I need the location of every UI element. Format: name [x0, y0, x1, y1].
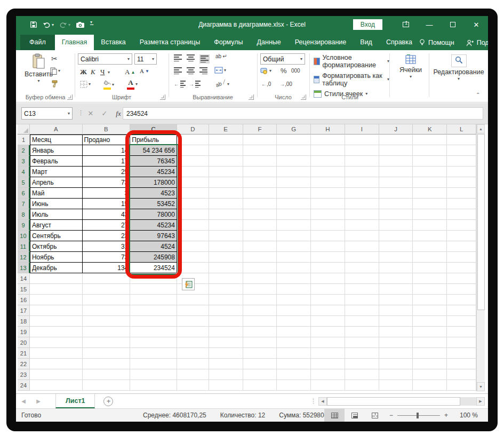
cell-I4[interactable] [345, 167, 379, 177]
zoom-out-button[interactable]: − [389, 412, 393, 419]
row-header-20[interactable]: 20 [18, 337, 30, 348]
cell-H9[interactable] [311, 220, 345, 231]
cell-E18[interactable] [209, 316, 243, 327]
cell-D12[interactable] [177, 252, 209, 263]
style-button-0[interactable]: Условное форматирование▾ [314, 54, 389, 69]
row-header-2[interactable]: 2 [18, 145, 30, 156]
cell-J10[interactable] [379, 231, 413, 241]
style-button-1[interactable]: Форматировать как таблицу▾ [314, 72, 389, 87]
cell-B6[interactable]: 3 [83, 188, 131, 199]
vertical-scrollbar[interactable]: ▲ ▼ [476, 124, 485, 391]
assistant-button[interactable]: Помощн [419, 39, 454, 46]
cell-I12[interactable] [345, 252, 379, 263]
fill-handle[interactable] [177, 273, 180, 276]
redo-button[interactable]: ▾ [59, 21, 70, 28]
tab-Разметка страницы[interactable]: Разметка страницы [133, 35, 207, 50]
cell-K13[interactable] [413, 263, 447, 273]
cell-K5[interactable] [413, 177, 447, 188]
tab-Главная[interactable]: Главная [55, 35, 94, 50]
cell-J8[interactable] [379, 209, 413, 220]
cell-B20[interactable] [83, 337, 131, 348]
cell-H22[interactable] [311, 359, 345, 369]
column-header-K[interactable]: K [413, 124, 447, 135]
underline-button[interactable]: Ч [100, 68, 105, 76]
cell-A14[interactable] [30, 273, 83, 284]
cell-B1[interactable]: Продано [83, 135, 131, 145]
cell-J20[interactable] [379, 337, 413, 348]
cell-F3[interactable] [243, 156, 277, 167]
underline-dropdown-icon[interactable]: ▾ [108, 70, 110, 75]
cell-K2[interactable] [413, 145, 447, 156]
cell-L3[interactable] [447, 156, 476, 167]
cell-F22[interactable] [243, 359, 277, 369]
cell-B10[interactable]: 23 [83, 231, 131, 241]
row-header-3[interactable]: 3 [18, 156, 30, 167]
cell-G2[interactable] [277, 145, 311, 156]
scroll-down-arrow[interactable]: ▼ [477, 382, 485, 391]
cell-J3[interactable] [379, 156, 413, 167]
cell-H10[interactable] [311, 231, 345, 241]
select-all-corner[interactable] [18, 124, 30, 135]
cell-L21[interactable] [447, 348, 476, 359]
cell-J22[interactable] [379, 359, 413, 369]
cell-B17[interactable] [83, 305, 131, 316]
cell-D1[interactable] [177, 135, 209, 145]
cell-L18[interactable] [447, 316, 476, 327]
cell-B19[interactable] [83, 327, 131, 337]
row-header-5[interactable]: 5 [18, 177, 30, 188]
cell-F15[interactable] [243, 284, 277, 295]
cell-E21[interactable] [209, 348, 243, 359]
column-header-A[interactable]: A [30, 124, 83, 135]
cell-C21[interactable] [130, 348, 177, 359]
row-header-23[interactable]: 23 [18, 369, 30, 380]
cell-F4[interactable] [243, 167, 277, 177]
cell-F13[interactable] [243, 263, 277, 273]
cell-F1[interactable] [243, 135, 277, 145]
cell-I21[interactable] [345, 348, 379, 359]
scroll-left-arrow[interactable]: ◀ [318, 397, 327, 406]
alignment-dialog-launcher[interactable] [249, 94, 254, 100]
cell-I14[interactable] [345, 273, 379, 284]
cell-C24[interactable] [130, 380, 177, 391]
cell-G19[interactable] [277, 327, 311, 337]
cell-I17[interactable] [345, 305, 379, 316]
cell-K12[interactable] [413, 252, 447, 263]
cell-G9[interactable] [277, 220, 311, 231]
format-painter-button[interactable] [51, 80, 58, 88]
cell-A10[interactable]: Сентябрь [30, 231, 83, 241]
cell-E12[interactable] [209, 252, 243, 263]
cell-E22[interactable] [209, 359, 243, 369]
cell-F17[interactable] [243, 305, 277, 316]
new-sheet-button[interactable]: + [103, 397, 113, 406]
cell-F16[interactable] [243, 295, 277, 305]
merge-center-button[interactable]: ▾ [214, 67, 226, 74]
cell-H3[interactable] [311, 156, 345, 167]
cell-H12[interactable] [311, 252, 345, 263]
cell-C13[interactable]: 234524 [130, 263, 177, 273]
wrap-text-button[interactable]: ab↵ [215, 53, 227, 59]
cell-J2[interactable] [379, 145, 413, 156]
status-sum[interactable]: Сумма: 55298043 [279, 412, 331, 419]
font-name-combo[interactable]: Calibri▾ [78, 53, 132, 65]
cell-H6[interactable] [311, 188, 345, 199]
cell-H17[interactable] [311, 305, 345, 316]
cell-F23[interactable] [243, 369, 277, 380]
align-bottom-button[interactable] [199, 54, 210, 64]
cell-G18[interactable] [277, 316, 311, 327]
cell-J1[interactable] [379, 135, 413, 145]
cell-G5[interactable] [277, 177, 311, 188]
cell-B15[interactable] [83, 284, 131, 295]
align-right-button[interactable] [199, 67, 207, 74]
cell-H11[interactable] [311, 241, 345, 252]
cell-A3[interactable]: Февраль [30, 156, 83, 167]
cell-I22[interactable] [345, 359, 379, 369]
cell-D18[interactable] [177, 316, 209, 327]
cell-F8[interactable] [243, 209, 277, 220]
cell-L24[interactable] [447, 380, 476, 391]
cell-K7[interactable] [413, 199, 447, 209]
tab-Справка[interactable]: Справка [379, 35, 419, 50]
cell-H8[interactable] [311, 209, 345, 220]
number-format-combo[interactable]: Общий▾ [260, 53, 305, 65]
formula-input[interactable]: 234524 [123, 107, 483, 120]
cell-L8[interactable] [447, 209, 476, 220]
